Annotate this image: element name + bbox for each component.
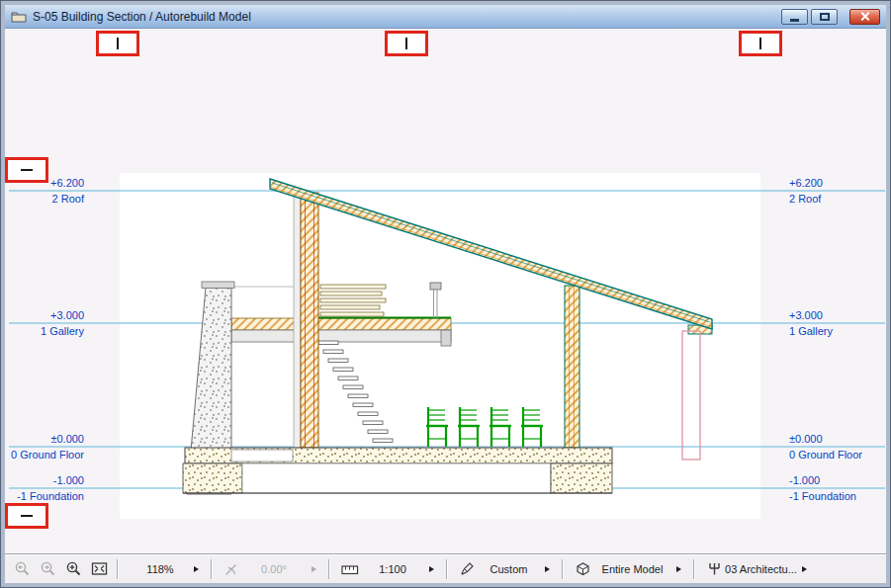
pen-set-icon bbox=[459, 560, 476, 577]
structure-display-value: Entire Model bbox=[591, 563, 673, 575]
statusbar-separator bbox=[328, 559, 329, 579]
story-name-label: -1 Foundation bbox=[5, 490, 84, 502]
section-marker-handle[interactable] bbox=[5, 157, 48, 183]
story-name-label: 2 Roof bbox=[789, 193, 821, 205]
maximize-icon bbox=[820, 13, 830, 21]
maximize-button[interactable] bbox=[811, 9, 838, 25]
zoom-previous-button[interactable] bbox=[9, 557, 35, 581]
layer-combination-control[interactable]: 03 Architectu... bbox=[699, 557, 814, 581]
model-cube-icon bbox=[575, 560, 591, 577]
section-marker-handle[interactable] bbox=[739, 31, 782, 56]
close-icon bbox=[859, 11, 870, 22]
popup-arrow-icon bbox=[194, 566, 199, 572]
story-elevation-label: ±0.000 bbox=[789, 433, 823, 445]
fit-in-window-icon bbox=[91, 560, 108, 577]
popup-arrow-icon bbox=[545, 566, 550, 572]
popup-arrow-icon bbox=[429, 566, 434, 572]
statusbar-separator bbox=[117, 559, 118, 579]
story-name-label: 2 Roof bbox=[5, 193, 84, 205]
minimize-button[interactable] bbox=[781, 9, 808, 25]
statusbar-separator bbox=[693, 559, 694, 579]
scale-control[interactable]: 1:100 bbox=[334, 557, 441, 581]
statusbar: 118% 0.00° 1:100 bbox=[5, 553, 886, 583]
layer-combination-value: 03 Architectu... bbox=[723, 563, 799, 575]
marker-tick-icon bbox=[759, 38, 761, 49]
story-name-label: 1 Gallery bbox=[5, 325, 84, 337]
story-elevation-label: +3.000 bbox=[789, 309, 823, 321]
zoom-in-button[interactable] bbox=[60, 557, 86, 581]
marker-tick-icon bbox=[21, 515, 33, 517]
marker-tick-icon bbox=[21, 169, 33, 171]
statusbar-separator bbox=[211, 559, 212, 579]
minimize-icon bbox=[790, 19, 799, 22]
folder-icon bbox=[11, 10, 27, 23]
rotation-control[interactable]: 0.00° bbox=[217, 557, 323, 581]
left-wall bbox=[294, 193, 318, 448]
section-marker-handle[interactable] bbox=[96, 31, 139, 56]
statusbar-separator bbox=[562, 559, 563, 579]
story-elevation-label: -1.000 bbox=[789, 474, 820, 486]
zoom-percent-control[interactable]: 118% bbox=[123, 557, 206, 581]
close-button[interactable] bbox=[849, 9, 880, 25]
section-marker-handle[interactable] bbox=[385, 31, 428, 56]
story-elevation-label: +3.000 bbox=[5, 309, 84, 321]
popup-arrow-icon bbox=[312, 566, 316, 572]
section-window: S-05 Building Section / Autorebuild Mode… bbox=[0, 0, 891, 588]
layer-fork-icon bbox=[706, 560, 723, 577]
foundation bbox=[183, 463, 612, 493]
right-post bbox=[565, 286, 579, 448]
marker-tick-icon bbox=[117, 38, 119, 49]
story-elevation-label: ±0.000 bbox=[5, 433, 84, 445]
rotation-value: 0.00° bbox=[239, 563, 309, 575]
zoom-percent-value: 118% bbox=[130, 563, 191, 575]
story-name-label: -1 Foundation bbox=[789, 490, 856, 502]
structure-display-control[interactable]: Entire Model bbox=[568, 557, 688, 581]
statusbar-separator bbox=[446, 559, 447, 579]
story-elevation-label: +6.200 bbox=[789, 177, 823, 189]
zoom-previous-icon bbox=[14, 560, 31, 577]
popup-arrow-icon bbox=[676, 566, 681, 572]
story-elevation-label: -1.000 bbox=[5, 474, 84, 486]
popup-arrow-icon bbox=[802, 566, 807, 572]
story-name-label: 1 Gallery bbox=[789, 325, 833, 337]
section-marker-handle[interactable] bbox=[5, 503, 48, 529]
story-name-label: 0 Ground Floor bbox=[5, 449, 84, 461]
ruler-icon bbox=[341, 561, 359, 577]
fit-in-window-button[interactable] bbox=[86, 557, 112, 581]
zoom-next-icon bbox=[40, 560, 56, 577]
marker-tick-icon bbox=[405, 38, 407, 49]
ground-floor-slab bbox=[185, 448, 612, 463]
drawing-canvas[interactable]: +6.200 2 Roof +3.000 1 Gallery ±0.000 0 … bbox=[5, 29, 886, 553]
window-title: S-05 Building Section / Autorebuild Mode… bbox=[33, 10, 781, 24]
pen-set-value: Custom bbox=[476, 563, 542, 575]
scale-value: 1:100 bbox=[359, 563, 426, 575]
titlebar[interactable]: S-05 Building Section / Autorebuild Mode… bbox=[5, 5, 886, 29]
zoom-next-button[interactable] bbox=[35, 557, 60, 581]
rotation-icon bbox=[223, 561, 239, 577]
section-drawing bbox=[5, 29, 886, 553]
zoom-in-icon bbox=[65, 560, 82, 577]
story-name-label: 0 Ground Floor bbox=[789, 449, 862, 461]
pen-set-control[interactable]: Custom bbox=[452, 557, 557, 581]
